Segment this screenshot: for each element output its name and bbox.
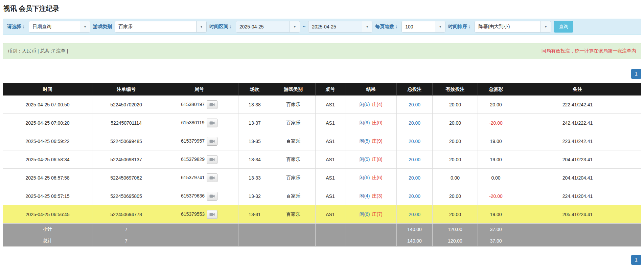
cell-game-type: 百家乐 xyxy=(271,205,316,224)
summary-warning: 同局有效投注，统一计算在该局第一张注单内 xyxy=(542,48,636,54)
video-replay-button[interactable] xyxy=(207,100,217,109)
video-camera-icon xyxy=(209,194,215,198)
cell-session: 13-38 xyxy=(238,96,271,114)
summary-currency-total: 币别：人民币 | 总共 :7 注单 | xyxy=(8,48,68,54)
cell-total-bet[interactable]: 20.00 xyxy=(397,187,433,205)
video-replay-button[interactable] xyxy=(207,210,217,219)
cell-result: 闲(6)庄(7) xyxy=(345,205,397,224)
date-to-select[interactable]: 2025-04-25 ▼ xyxy=(308,21,372,33)
table-row: 2025-04-25 06:57:15 522450695805 6153796… xyxy=(3,187,641,205)
video-replay-button[interactable] xyxy=(207,155,217,164)
cell-empty xyxy=(345,235,397,247)
result-banker: 庄(6) xyxy=(372,175,383,180)
col-header-payout: 总派彩 xyxy=(478,83,514,96)
table-row: 2025-04-25 06:57:58 522450697062 6153797… xyxy=(3,169,641,187)
round-number: 615379829 xyxy=(181,156,205,162)
chevron-down-icon[interactable]: ▼ xyxy=(80,21,90,32)
pagination-page-1-button[interactable]: 1 xyxy=(631,255,641,265)
cell-remark: 205.41/224.41 xyxy=(514,205,641,224)
cell-total-bet[interactable]: 20.00 xyxy=(397,150,433,169)
query-type-label: 请选择： xyxy=(7,24,26,30)
chevron-down-icon[interactable]: ▼ xyxy=(435,21,445,32)
video-replay-button[interactable] xyxy=(207,192,217,201)
page-size-label: 每页笔数： xyxy=(375,24,399,30)
cell-valid-bet: 20.00 xyxy=(433,205,478,224)
cell-result: 闲(9)庄(0) xyxy=(345,114,397,132)
video-camera-icon xyxy=(209,139,215,143)
cell-round-number: 615379741 xyxy=(160,169,238,187)
cell-result: 闲(4)庄(3) xyxy=(345,187,397,205)
cell-bet-number: 522450694778 xyxy=(92,205,160,224)
result-banker: 庄(0) xyxy=(372,120,383,125)
cell-time: 2025-04-25 06:56:45 xyxy=(3,205,92,224)
result-banker: 庄(8) xyxy=(372,157,383,162)
cell-valid-bet: 0.00 xyxy=(433,169,478,187)
sort-order-select[interactable]: 降幂(由大到小) ▼ xyxy=(475,21,551,33)
cell-empty xyxy=(238,235,271,247)
sort-order-label: 时间排序： xyxy=(448,24,472,30)
page-title: 视讯 会员下注纪录 xyxy=(3,3,641,13)
cell-round-number: 615379957 xyxy=(160,132,238,150)
video-replay-button[interactable] xyxy=(207,137,217,146)
cell-time: 2025-04-25 07:00:20 xyxy=(3,114,92,132)
date-from-select[interactable]: 2025-04-25 ▼ xyxy=(236,21,300,33)
result-player: 闲(9) xyxy=(359,120,370,125)
cell-valid-bet: 20.00 xyxy=(433,132,478,150)
result-player: 闲(6) xyxy=(359,211,370,217)
video-camera-icon xyxy=(209,121,215,125)
col-header-bet-number: 注单编号 xyxy=(92,83,160,96)
result-banker: 庄(3) xyxy=(372,193,383,199)
bet-records-table: 时间 注单编号 局号 场次 游戏类别 桌号 结果 总投注 有效投注 总派彩 备注… xyxy=(3,83,641,247)
cell-session: 13-37 xyxy=(238,114,271,132)
col-header-total-bet: 总投注 xyxy=(397,83,433,96)
result-player: 闲(5) xyxy=(359,138,370,144)
result-banker: 庄(7) xyxy=(372,211,383,217)
video-replay-button[interactable] xyxy=(207,119,217,127)
cell-empty xyxy=(316,224,345,235)
summary-bar: 币别：人民币 | 总共 :7 注单 | 同局有效投注，统一计算在该局第一张注单内 xyxy=(3,43,641,59)
subtotal-row: 小计 7 140.00 120.00 37.00 xyxy=(3,224,641,235)
search-button[interactable]: 查询 xyxy=(554,21,573,33)
cell-bet-number: 522450697062 xyxy=(92,169,160,187)
cell-total-bet[interactable]: 20.00 xyxy=(397,205,433,224)
cell-total-bet[interactable]: 20.00 xyxy=(397,169,433,187)
video-replay-button[interactable] xyxy=(207,173,217,182)
subtotal-payout: 37.00 xyxy=(478,224,514,235)
filter-bar: 请选择： 日期查询 ▼ 游戏类别 百家乐 ▼ 时间区间： 2025-04-25 … xyxy=(3,19,641,35)
sort-order-value: 降幂(由大到小) xyxy=(475,21,540,32)
cell-total-bet[interactable]: 20.00 xyxy=(397,96,433,114)
cell-game-type: 百家乐 xyxy=(271,187,316,205)
chevron-down-icon[interactable]: ▼ xyxy=(196,21,206,32)
cell-bet-number: 522450702020 xyxy=(92,96,160,114)
cell-table-number: AS1 xyxy=(316,150,345,169)
game-type-select[interactable]: 百家乐 ▼ xyxy=(115,21,207,33)
result-banker: 庄(9) xyxy=(372,138,383,144)
cell-empty xyxy=(345,224,397,235)
cell-result: 闲(6)庄(4) xyxy=(345,96,397,114)
table-body: 2025-04-25 07:00:50 522450702020 6153801… xyxy=(3,96,641,224)
subtotal-valid-bet: 120.00 xyxy=(433,224,478,235)
cell-payout: 0.00 xyxy=(478,169,514,187)
cell-empty xyxy=(316,235,345,247)
video-camera-icon xyxy=(209,176,215,180)
chevron-down-icon[interactable]: ▼ xyxy=(290,21,300,32)
round-number: 615379553 xyxy=(181,211,205,216)
time-range-label: 时间区间： xyxy=(209,24,233,30)
grand-total-valid-bet: 120.00 xyxy=(433,235,478,247)
chevron-down-icon[interactable]: ▼ xyxy=(540,21,551,32)
cell-total-bet[interactable]: 20.00 xyxy=(397,132,433,150)
col-header-round-number: 局号 xyxy=(160,83,238,96)
cell-game-type: 百家乐 xyxy=(271,96,316,114)
chevron-down-icon[interactable]: ▼ xyxy=(362,21,372,32)
cell-result: 闲(6)庄(6) xyxy=(345,169,397,187)
pagination-page-1-button[interactable]: 1 xyxy=(631,69,641,79)
cell-table-number: AS1 xyxy=(316,169,345,187)
page-size-select[interactable]: 100 ▼ xyxy=(401,21,445,33)
cell-round-number: 615379553 xyxy=(160,205,238,224)
cell-payout: 19.00 xyxy=(478,205,514,224)
query-type-select[interactable]: 日期查询 ▼ xyxy=(29,21,90,33)
cell-total-bet[interactable]: 20.00 xyxy=(397,114,433,132)
cell-valid-bet: 20.00 xyxy=(433,114,478,132)
cell-bet-number: 522450701114 xyxy=(92,114,160,132)
grand-total-total-bet: 140.00 xyxy=(397,235,433,247)
